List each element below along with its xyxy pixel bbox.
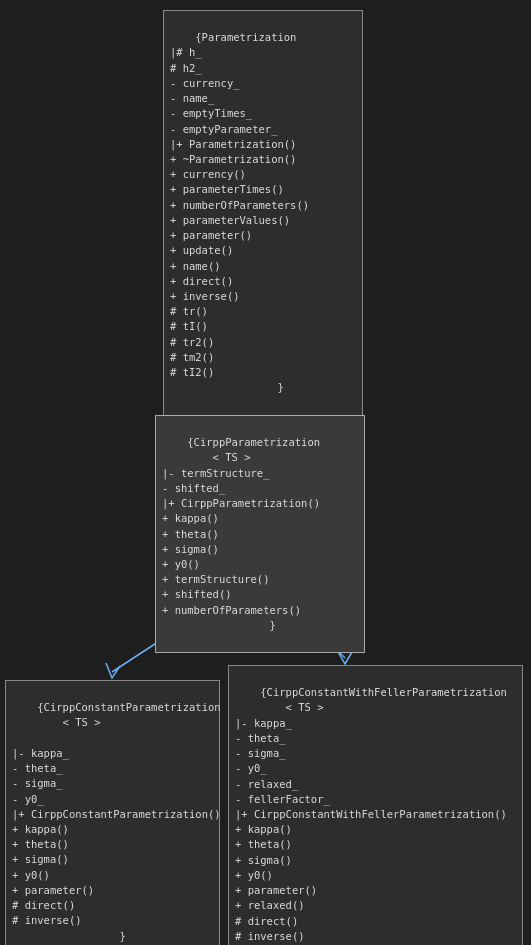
- parametrization-box: {Parametrization |# h_ # h2_ - currency_…: [163, 10, 363, 416]
- cirpp-constant-content: {CirppConstantParametrization < TS > |- …: [12, 701, 221, 941]
- cirpp-parametrization-box: {CirppParametrization < TS > |- termStru…: [155, 415, 365, 653]
- parametrization-content: {Parametrization |# h_ # h2_ - currency_…: [170, 31, 309, 393]
- arrowhead-cirpp-constant: [106, 663, 120, 678]
- cirpp-content: {CirppParametrization < TS > |- termStru…: [162, 436, 320, 631]
- cirpp-feller-content: {CirppConstantWithFellerParametrization …: [235, 686, 507, 945]
- diagram-container: {Parametrization |# h_ # h2_ - currency_…: [0, 0, 531, 945]
- cirpp-constant-box: {CirppConstantParametrization < TS > |- …: [5, 680, 220, 945]
- cirpp-feller-box: {CirppConstantWithFellerParametrization …: [228, 665, 523, 945]
